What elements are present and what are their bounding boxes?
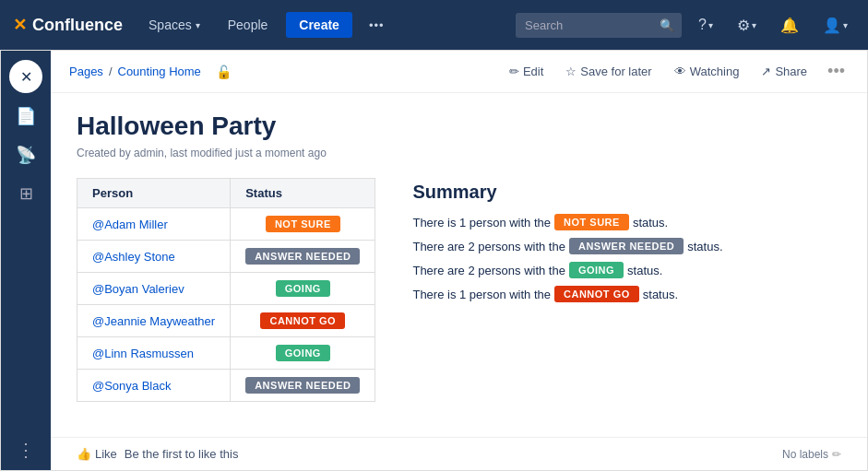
share-icon: ↗ — [761, 65, 771, 78]
search-icon: 🔍 — [660, 18, 674, 32]
summary-line: There are 2 persons with the GOING statu… — [412, 262, 722, 278]
status-cell: NOT SURE — [231, 208, 375, 241]
help-button[interactable]: ? ▾ — [691, 11, 720, 39]
person-link[interactable]: @Sonya Black — [92, 379, 171, 393]
create-button[interactable]: Create — [286, 12, 352, 38]
person-cell: @Ashley Stone — [77, 241, 231, 273]
col-status-header: Status — [231, 179, 375, 208]
summary-text-before: There are 2 persons with the — [412, 240, 565, 253]
watching-button[interactable]: 👁 Watching — [669, 61, 745, 82]
sidebar-home-icon[interactable]: ✕ — [9, 60, 42, 93]
action-more-button[interactable]: ••• — [824, 58, 849, 85]
person-cell: @Sonya Black — [77, 370, 231, 402]
sidebar-feed-icon[interactable]: 📡 — [10, 139, 42, 171]
summary-badge: CANNOT GO — [554, 286, 639, 302]
page-title: Halloween Party — [77, 112, 841, 141]
breadcrumb-counting-home-link[interactable]: Counting Home — [118, 65, 201, 78]
no-labels-area: No labels ✏ — [782, 448, 841, 461]
thumbs-up-icon: 👍 — [77, 447, 91, 461]
summary-text-after: status. — [643, 288, 678, 301]
topnav-more-button[interactable]: ••• — [362, 13, 392, 38]
status-badge: NOT SURE — [266, 216, 340, 232]
breadcrumb: Pages / Counting Home — [69, 65, 201, 78]
sidebar-more-dots[interactable]: ⋮ — [17, 439, 35, 461]
search-wrap: 🔍 — [516, 13, 682, 38]
help-chevron-icon: ▾ — [708, 20, 713, 30]
search-input[interactable] — [516, 13, 682, 38]
edit-button[interactable]: ✏ Edit — [504, 61, 549, 82]
avatar-icon: 👤 — [823, 17, 841, 34]
two-column-layout: Person Status @Adam Miller NOT SURE @Ash… — [77, 178, 841, 402]
help-icon: ? — [698, 17, 707, 33]
breadcrumb-pages-link[interactable]: Pages — [69, 65, 103, 78]
table-row: @Jeannie Mayweather CANNOT GO — [77, 305, 375, 337]
status-cell: GOING — [231, 273, 375, 305]
like-button[interactable]: 👍 Like — [77, 447, 117, 461]
people-menu-button[interactable]: People — [219, 12, 278, 38]
settings-button[interactable]: ⚙ ▾ — [730, 11, 764, 40]
page-footer: 👍 Like Be the first to like this No labe… — [51, 437, 867, 470]
person-link[interactable]: @Adam Miller — [92, 218, 168, 231]
settings-icon: ⚙ — [737, 17, 750, 34]
left-sidebar: ✕ 📄 📡 ⊞ ⋮ — [1, 51, 51, 470]
summary-badge: ANSWER NEEDED — [569, 238, 684, 254]
notifications-button[interactable]: 🔔 — [773, 11, 806, 40]
status-badge: ANSWER NEEDED — [245, 377, 360, 394]
person-cell: @Linn Rasmussen — [77, 337, 231, 370]
logo-text: Confluence — [32, 16, 123, 35]
summary-badge: GOING — [569, 262, 624, 278]
party-table-wrap: Person Status @Adam Miller NOT SURE @Ash… — [77, 178, 375, 402]
person-link[interactable]: @Ashley Stone — [92, 250, 175, 264]
party-table: Person Status @Adam Miller NOT SURE @Ash… — [77, 178, 375, 402]
status-cell: ANSWER NEEDED — [231, 241, 375, 273]
status-cell: ANSWER NEEDED — [231, 370, 375, 402]
status-cell: CANNOT GO — [231, 305, 375, 337]
person-cell: @Adam Miller — [77, 208, 231, 241]
person-cell: @Jeannie Mayweather — [77, 305, 231, 337]
confluence-logo[interactable]: ✕ Confluence — [13, 15, 123, 35]
like-area: 👍 Like Be the first to like this — [77, 447, 238, 461]
status-cell: GOING — [231, 337, 375, 370]
main-wrap: ✕ 📄 📡 ⊞ ⋮ Pages / Counting Home 🔓 ✏ Edit… — [0, 50, 868, 471]
summary-line: There is 1 person with the CANNOT GO sta… — [412, 286, 722, 302]
profile-chevron-icon: ▾ — [843, 20, 848, 30]
profile-button[interactable]: 👤 ▾ — [815, 11, 855, 40]
page-content: Halloween Party Created by admin, last m… — [51, 93, 867, 437]
table-row: @Ashley Stone ANSWER NEEDED — [77, 241, 375, 273]
table-row: @Linn Rasmussen GOING — [77, 337, 375, 370]
star-icon: ☆ — [565, 65, 577, 78]
table-row: @Boyan Valeriev GOING — [77, 273, 375, 305]
page-meta: Created by admin, last modified just a m… — [77, 147, 841, 159]
summary-text-before: There is 1 person with the — [412, 216, 551, 230]
col-person-header: Person — [77, 179, 231, 208]
lock-icon[interactable]: 🔓 — [216, 65, 232, 79]
top-navigation: ✕ Confluence Spaces ▾ People Create ••• … — [0, 0, 868, 50]
sidebar-apps-icon[interactable]: ⊞ — [14, 178, 39, 209]
like-hint-text: Be the first to like this — [125, 447, 239, 461]
settings-chevron-icon: ▾ — [752, 20, 756, 30]
summary-section: Summary There is 1 person with the NOT S… — [412, 178, 722, 402]
status-badge: GOING — [276, 280, 330, 297]
edit-labels-icon[interactable]: ✏ — [832, 448, 841, 461]
summary-lines: There is 1 person with the NOT SURE stat… — [412, 214, 722, 302]
summary-text-after: status. — [687, 240, 722, 253]
save-for-later-button[interactable]: ☆ Save for later — [560, 61, 657, 82]
person-link[interactable]: @Linn Rasmussen — [92, 347, 194, 360]
spaces-menu-button[interactable]: Spaces ▾ — [139, 12, 209, 38]
table-row: @Sonya Black ANSWER NEEDED — [77, 370, 375, 402]
summary-text-after: status. — [633, 216, 668, 230]
status-badge: ANSWER NEEDED — [245, 248, 360, 265]
eye-icon: 👁 — [674, 65, 686, 78]
sidebar-pages-icon[interactable]: 📄 — [10, 100, 42, 132]
summary-text-before: There are 2 persons with the — [412, 264, 565, 277]
breadcrumb-sep: / — [109, 65, 113, 78]
summary-text-after: status. — [627, 264, 662, 277]
person-link[interactable]: @Jeannie Mayweather — [92, 314, 215, 328]
table-row: @Adam Miller NOT SURE — [77, 208, 375, 241]
edit-icon: ✏ — [509, 65, 519, 78]
share-button[interactable]: ↗ Share — [755, 61, 813, 82]
action-bar: Pages / Counting Home 🔓 ✏ Edit ☆ Save fo… — [51, 51, 867, 93]
summary-line: There is 1 person with the NOT SURE stat… — [412, 214, 722, 230]
action-buttons: ✏ Edit ☆ Save for later 👁 Watching ↗ Sha… — [504, 58, 849, 85]
person-link[interactable]: @Boyan Valeriev — [92, 282, 184, 296]
